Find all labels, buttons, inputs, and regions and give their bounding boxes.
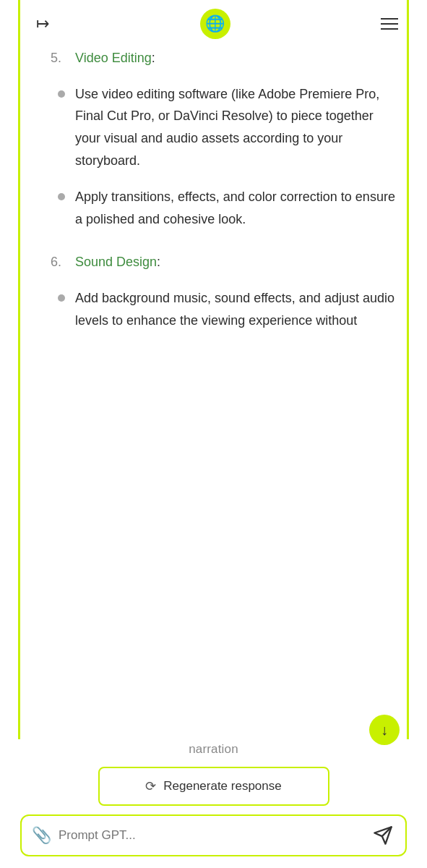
regenerate-row: ⟳ Regenerate response	[0, 758, 427, 812]
section-5-header: 5. Video Editing:	[51, 48, 398, 69]
bullet-dot	[58, 193, 65, 200]
bullet-text: Apply transitions, effects, and color co…	[75, 186, 398, 230]
section-6-number: 6.	[51, 252, 72, 273]
bullet-item: Add background music, sound effects, and…	[58, 287, 398, 331]
expand-icon[interactable]: ↦	[36, 14, 49, 33]
bullet-item: Use video editing software (like Adobe P…	[58, 83, 398, 171]
input-row: 📎	[20, 814, 407, 856]
section-5-title: Video Editing	[75, 48, 152, 69]
bullet-text: Use video editing software (like Adobe P…	[75, 83, 398, 171]
top-bar-left: ↦	[36, 14, 49, 33]
regenerate-button[interactable]: ⟳ Regenerate response	[98, 767, 329, 806]
bullet-dot	[58, 90, 65, 98]
left-border	[18, 0, 20, 868]
section-6-colon: :	[157, 252, 160, 273]
bullet-dot	[58, 294, 65, 302]
section-6-header: 6. Sound Design:	[51, 252, 398, 273]
regenerate-icon: ⟳	[145, 778, 156, 794]
section-5-bullets: Use video editing software (like Adobe P…	[51, 83, 398, 231]
section-6-block: 6. Sound Design: Add background music, s…	[51, 252, 398, 331]
prompt-input[interactable]	[59, 828, 371, 843]
bottom-area: narration ⟳ Regenerate response 📎	[0, 739, 427, 868]
top-bar: ↦ 🌐	[0, 0, 427, 48]
hamburger-icon[interactable]	[381, 18, 398, 30]
section-5-number: 5.	[51, 48, 72, 69]
bullet-item: Apply transitions, effects, and color co…	[58, 186, 398, 230]
section-5-block: 5. Video Editing: Use video editing soft…	[51, 48, 398, 230]
scroll-down-button[interactable]: ↓	[369, 715, 400, 745]
right-border	[407, 0, 409, 868]
scroll-down-icon: ↓	[381, 722, 388, 739]
main-content: 5. Video Editing: Use video editing soft…	[0, 48, 427, 498]
send-button[interactable]	[371, 823, 395, 848]
section-6-bullets: Add background music, sound effects, and…	[51, 287, 398, 331]
partial-bottom-text: narration	[0, 739, 427, 758]
bullet-text: Add background music, sound effects, and…	[75, 287, 398, 331]
regenerate-label: Regenerate response	[163, 779, 282, 793]
section-6-title: Sound Design	[75, 252, 157, 273]
globe-icon[interactable]: 🌐	[200, 9, 230, 39]
section-5-colon: :	[152, 48, 155, 69]
paperclip-icon[interactable]: 📎	[32, 826, 51, 845]
